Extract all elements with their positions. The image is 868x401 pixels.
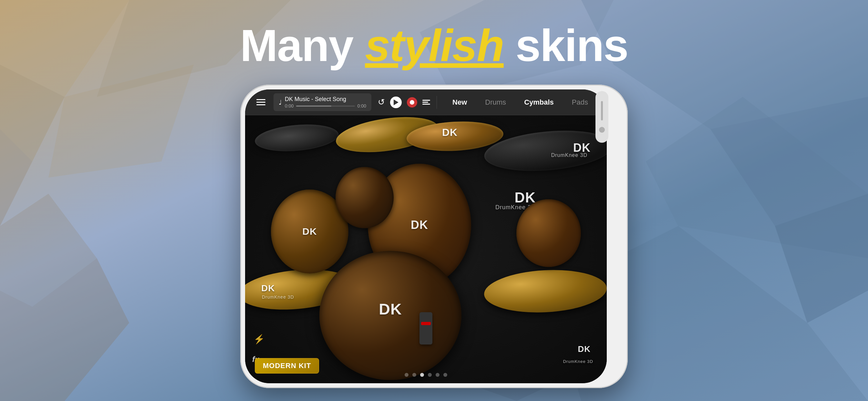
dk-left-cymbal: DK	[261, 283, 275, 294]
playback-controls: ↺	[378, 96, 430, 108]
bass-drum[interactable]: DK	[319, 251, 461, 380]
dot-6	[443, 373, 447, 377]
time-end: 0:00	[358, 103, 366, 109]
notch-dot	[599, 127, 605, 133]
tab-cymbals[interactable]: Cymbals	[515, 96, 563, 109]
kit-label: MODERN KIT	[255, 358, 319, 374]
menu-line-1	[256, 99, 266, 100]
phone-frame: ♩ DK Music - Select Song 0:00 0:00	[240, 85, 628, 388]
phone-notch	[595, 91, 609, 143]
tab-drums[interactable]: Drums	[476, 96, 515, 109]
dot-1	[405, 373, 408, 377]
page-title: Many stylish skins	[240, 19, 628, 72]
dot-3	[420, 373, 424, 377]
progress-bar[interactable]	[296, 105, 355, 106]
tab-pads[interactable]: Pads	[563, 96, 597, 109]
notch-line	[601, 101, 603, 120]
mixer-bar-3	[423, 104, 430, 104]
nav-tabs: New Drums Cymbals Pads	[443, 96, 597, 109]
menu-line-3	[256, 104, 266, 105]
play-button[interactable]	[390, 96, 402, 108]
drum-canvas: DK DK DrumKnee 3D DK DrumKnee 3D DK	[245, 115, 607, 383]
dk-left-drum: DK	[302, 226, 317, 237]
song-selector[interactable]: ♩ DK Music - Select Song 0:00 0:00	[274, 93, 371, 111]
drum-content-area: DK DK DrumKnee 3D DK DrumKnee 3D DK	[245, 115, 607, 383]
page-header: Many stylish skins	[240, 0, 628, 85]
mixer-bar-1	[423, 100, 430, 101]
dk-drumknee-right: DrumKnee 3D	[551, 152, 587, 158]
music-icon: ♩	[279, 98, 282, 106]
repeat-button[interactable]: ↺	[378, 97, 385, 107]
dk-sub-left: DrumKnee 3D	[262, 295, 294, 300]
dk-center-drum: DK	[411, 218, 428, 232]
pedal	[420, 312, 432, 344]
mixer-bar-2	[423, 102, 428, 103]
title-stylish: stylish	[365, 20, 504, 71]
menu-line-2	[256, 102, 266, 103]
mixer-button[interactable]	[423, 100, 430, 104]
song-title: DK Music - Select Song	[285, 96, 366, 103]
small-drum[interactable]	[336, 167, 394, 228]
phone-screen: ♩ DK Music - Select Song 0:00 0:00	[245, 89, 607, 383]
app-toolbar: ♩ DK Music - Select Song 0:00 0:00	[245, 89, 607, 115]
progress-fill	[296, 105, 331, 106]
menu-button[interactable]	[255, 97, 267, 107]
dk-right-cymbal: DK	[578, 344, 591, 354]
dot-4	[428, 373, 432, 377]
song-info: DK Music - Select Song 0:00 0:00	[285, 96, 366, 109]
dk-sub-right-cymbal: DrumKnee 3D	[563, 359, 593, 364]
title-prefix: Many	[240, 20, 365, 71]
bluetooth-button[interactable]: ⚡	[253, 334, 265, 344]
dot-2	[412, 373, 416, 377]
hi-hat-cymbal[interactable]	[254, 121, 340, 154]
right-drum[interactable]	[516, 199, 581, 267]
play-icon	[394, 99, 399, 105]
record-button[interactable]	[407, 97, 417, 107]
dot-5	[436, 373, 439, 377]
kit-name-bold: MODERN	[263, 362, 299, 370]
dk-bass-drum: DK	[379, 300, 402, 318]
page-indicator	[405, 373, 447, 377]
time-start: 0:00	[285, 103, 293, 109]
title-suffix: skins	[504, 20, 628, 71]
toolbar-divider	[437, 96, 437, 109]
phone-mockup: ♩ DK Music - Select Song 0:00 0:00	[240, 85, 628, 388]
right-crash-cymbal[interactable]	[483, 267, 607, 315]
pedal-accent	[421, 322, 431, 325]
tab-new[interactable]: New	[443, 96, 476, 109]
song-progress: 0:00 0:00	[285, 103, 366, 109]
kit-name-regular: KIT	[299, 362, 311, 370]
dk-label-center: DK	[442, 127, 458, 138]
